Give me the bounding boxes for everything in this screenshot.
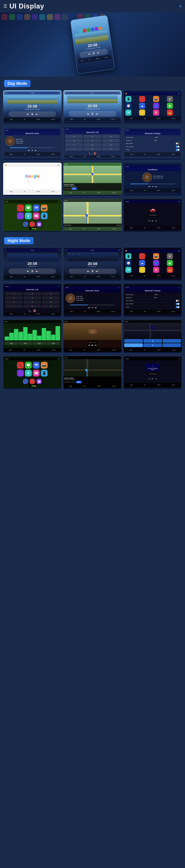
app-bt[interactable]: 🔵 xyxy=(153,103,159,109)
night-iphone-extra[interactable]: 📱 xyxy=(41,370,48,376)
nav-icon[interactable]: ≡ xyxy=(179,4,182,9)
night-key-0[interactable]: 0 xyxy=(24,305,41,308)
night-app-12[interactable]: 📻 xyxy=(167,267,173,273)
call-end-btn[interactable]: 📵 xyxy=(93,152,97,155)
night-key-5[interactable]: 5 xyxy=(24,296,41,300)
key-4[interactable]: 4 xyxy=(65,139,83,142)
night-app-6[interactable]: ☁ xyxy=(139,260,145,266)
nav-right-btn[interactable]: → xyxy=(162,339,181,343)
eq-btn-1[interactable]: EQ1 xyxy=(5,342,18,345)
night-bt-prev[interactable]: ⏮ xyxy=(88,307,90,309)
app-extra1[interactable]: 🗺 xyxy=(125,110,131,116)
night-dock-apps[interactable]: ▦ xyxy=(36,379,42,384)
nav-center-btn[interactable]: ● xyxy=(143,343,162,347)
day-music-1-player[interactable]: ⏮ ⏸ ⏭ xyxy=(8,112,56,117)
cp-prev[interactable]: ⏮ xyxy=(148,219,150,222)
iphone-camera[interactable]: 📷 xyxy=(41,205,48,211)
key-9[interactable]: 9 xyxy=(102,143,120,147)
night-app-10[interactable]: ⭐ xyxy=(139,267,145,273)
app-extra4[interactable]: 📻 xyxy=(167,110,173,116)
night-dock-music[interactable]: 🎵 xyxy=(30,379,35,384)
social-play-btn[interactable]: ⏸ xyxy=(152,186,154,188)
iphone-msg[interactable]: 💬 xyxy=(25,205,32,211)
night-music-1-player[interactable]: ⏮ ⏸ ⏭ xyxy=(8,269,56,274)
dock-music[interactable]: 🎵 xyxy=(30,221,35,227)
key-0[interactable]: 0 xyxy=(84,147,101,151)
night-nav-go-btn[interactable]: GO xyxy=(76,381,81,383)
night-music-2-player[interactable]: ⏮ ⏸ ⏭ xyxy=(69,269,116,274)
key-2[interactable]: 2 xyxy=(84,135,101,138)
food-prev[interactable]: ⏮ xyxy=(88,344,90,346)
eq-btn-2[interactable]: EQ2 xyxy=(19,342,32,345)
night-bt-next[interactable]: ⏭ xyxy=(95,307,97,309)
dock-phone[interactable]: 📞 xyxy=(23,221,28,227)
nav-left-btn[interactable]: ← xyxy=(124,343,143,347)
night-iphone-maps[interactable]: 🗺 xyxy=(33,362,39,369)
auto-answer-toggle[interactable] xyxy=(176,143,180,145)
eq-btn-4[interactable]: EQ4 xyxy=(47,342,60,345)
app-photo[interactable]: 📷 xyxy=(153,96,159,102)
app-settings[interactable]: ⚙ xyxy=(167,96,173,102)
eq-btn-3[interactable]: EQ3 xyxy=(33,342,46,345)
auto-connect-toggle[interactable] xyxy=(176,146,180,148)
night-key-8[interactable]: 8 xyxy=(24,300,41,304)
key-star[interactable]: * xyxy=(65,147,83,151)
night-app-2[interactable]: 🎵 xyxy=(139,253,145,259)
food-play[interactable]: ▶ xyxy=(92,344,93,346)
night-key-3[interactable]: 3 xyxy=(42,292,60,296)
bt-play-btn[interactable]: ⏸ xyxy=(31,149,33,151)
night-iphone-msg[interactable]: 💬 xyxy=(25,362,32,369)
night-cp-play[interactable]: ▶ xyxy=(152,377,154,380)
food-next[interactable]: ⏭ xyxy=(95,344,97,346)
night-key-2[interactable]: 2 xyxy=(24,292,41,296)
night-auto-connect-toggle[interactable] xyxy=(176,303,180,305)
night-app-3[interactable]: 📷 xyxy=(153,253,159,259)
night-call-answer[interactable]: 📞 xyxy=(28,309,31,312)
key-7[interactable]: 7 xyxy=(65,143,83,147)
night-key-1[interactable]: 1 xyxy=(5,292,23,296)
power-toggle[interactable] xyxy=(176,149,180,151)
night-app-8[interactable]: ▦ xyxy=(167,260,173,266)
night-call-end[interactable]: 📵 xyxy=(33,309,36,312)
key-6[interactable]: 6 xyxy=(102,139,120,142)
night-auto-answer-toggle[interactable] xyxy=(176,300,180,302)
night-dock-phone[interactable]: 📞 xyxy=(23,379,28,384)
app-weather[interactable]: ☁ xyxy=(139,103,145,109)
iphone-phone[interactable]: 📞 xyxy=(17,205,24,211)
app-extra2[interactable]: ⭐ xyxy=(139,110,145,116)
google-search-placeholder[interactable]: 🔍 xyxy=(28,180,30,182)
nav-down-btn[interactable]: ↓ xyxy=(162,343,181,347)
iphone-music[interactable]: 🎵 xyxy=(17,213,24,219)
social-prev-btn[interactable]: ⏮ xyxy=(149,186,150,188)
night-bt-play[interactable]: ⏸ xyxy=(91,307,94,309)
app-telegram[interactable]: 📱 xyxy=(125,96,131,102)
app-nav[interactable]: 🧭 xyxy=(125,103,131,109)
night-key-6[interactable]: 6 xyxy=(42,296,60,300)
app-apps[interactable]: ▦ xyxy=(167,103,173,109)
key-8[interactable]: 8 xyxy=(84,143,101,147)
key-1[interactable]: 1 xyxy=(65,135,83,138)
cp-play[interactable]: ▶ xyxy=(152,219,154,222)
night-iphone-phone[interactable]: 📞 xyxy=(17,362,24,369)
night-key-9[interactable]: 9 xyxy=(42,300,60,304)
night-iphone-news[interactable]: 📰 xyxy=(33,370,39,376)
social-next-btn[interactable]: ⏭ xyxy=(155,186,157,188)
night-key-hash[interactable]: # xyxy=(42,305,60,308)
night-app-1[interactable]: 📱 xyxy=(125,253,131,259)
night-app-5[interactable]: 🧭 xyxy=(125,260,131,266)
nav-go-btn[interactable]: GO xyxy=(71,187,77,190)
night-key-4[interactable]: 4 xyxy=(5,296,23,300)
night-iphone-music[interactable]: 🎵 xyxy=(17,370,24,376)
bt-prev-btn[interactable]: ⏮ xyxy=(28,149,30,151)
key-5[interactable]: 5 xyxy=(84,139,101,142)
key-3[interactable]: 3 xyxy=(102,135,120,138)
night-iphone-camera[interactable]: 📷 xyxy=(41,362,48,369)
menu-icon[interactable]: ☰ xyxy=(3,4,7,9)
night-cp-next[interactable]: ⏭ xyxy=(155,377,157,380)
bt-next-btn[interactable]: ⏭ xyxy=(35,149,36,151)
key-hash[interactable]: # xyxy=(102,147,120,151)
night-key-7[interactable]: 7 xyxy=(5,300,23,304)
iphone-news[interactable]: 📰 xyxy=(33,213,39,219)
night-app-4[interactable]: ⚙ xyxy=(167,253,173,259)
night-app-9[interactable]: 🗺 xyxy=(125,267,131,273)
